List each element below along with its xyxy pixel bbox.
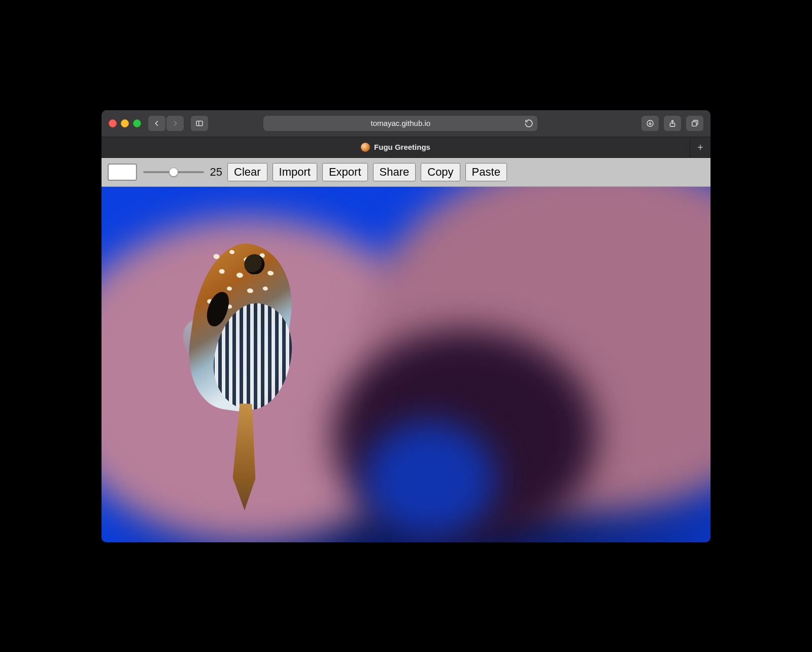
share-button[interactable] [664, 116, 681, 131]
reload-icon [524, 119, 533, 128]
import-button[interactable]: Import [273, 163, 317, 181]
tab-fugu-greetings[interactable]: Fugu Greetings [101, 137, 690, 157]
export-button[interactable]: Export [322, 163, 368, 181]
brush-size-value: 25 [208, 166, 222, 179]
back-button[interactable] [148, 116, 165, 131]
color-picker[interactable] [108, 164, 137, 181]
brush-size-control: 25 [142, 166, 222, 179]
plus-icon [696, 143, 704, 151]
downloads-button[interactable] [641, 116, 659, 131]
forward-button[interactable] [166, 116, 184, 131]
close-window-button[interactable] [109, 119, 117, 127]
fugu-fish-illustration [154, 235, 344, 524]
show-sidebar-button[interactable] [191, 116, 208, 131]
brush-size-slider[interactable] [143, 171, 204, 173]
chevron-left-icon [153, 119, 161, 127]
browser-titlebar: tomayac.github.io [101, 110, 710, 137]
safari-window: tomayac.github.io Fugu [101, 110, 710, 542]
minimize-window-button[interactable] [121, 119, 129, 127]
share-icon [668, 119, 676, 127]
nav-buttons [148, 116, 184, 131]
reload-button[interactable] [524, 119, 533, 129]
clear-button[interactable]: Clear [227, 163, 267, 181]
svg-rect-0 [196, 121, 202, 125]
maximize-window-button[interactable] [133, 119, 141, 127]
app-toolbar: 25 Clear Import Export Share Copy Paste [101, 158, 710, 187]
svg-rect-5 [692, 121, 697, 126]
tabs-icon [691, 119, 699, 127]
paste-button[interactable]: Paste [465, 163, 507, 181]
tabs-overview-button[interactable] [686, 116, 703, 131]
address-bar-text: tomayac.github.io [263, 119, 537, 127]
window-controls [109, 119, 141, 127]
copy-button[interactable]: Copy [421, 163, 460, 181]
titlebar-right-group [641, 116, 703, 131]
drawing-canvas[interactable] [101, 187, 710, 542]
share-app-button[interactable]: Share [373, 163, 416, 181]
new-tab-button[interactable] [690, 137, 710, 157]
download-icon [646, 119, 654, 127]
tab-title: Fugu Greetings [374, 143, 430, 151]
fugu-favicon-icon [361, 143, 370, 152]
address-bar[interactable]: tomayac.github.io [263, 116, 537, 131]
tab-strip: Fugu Greetings [101, 137, 710, 158]
sidebar-icon [195, 119, 204, 127]
canvas-image [101, 187, 710, 542]
chevron-right-icon [171, 119, 179, 127]
